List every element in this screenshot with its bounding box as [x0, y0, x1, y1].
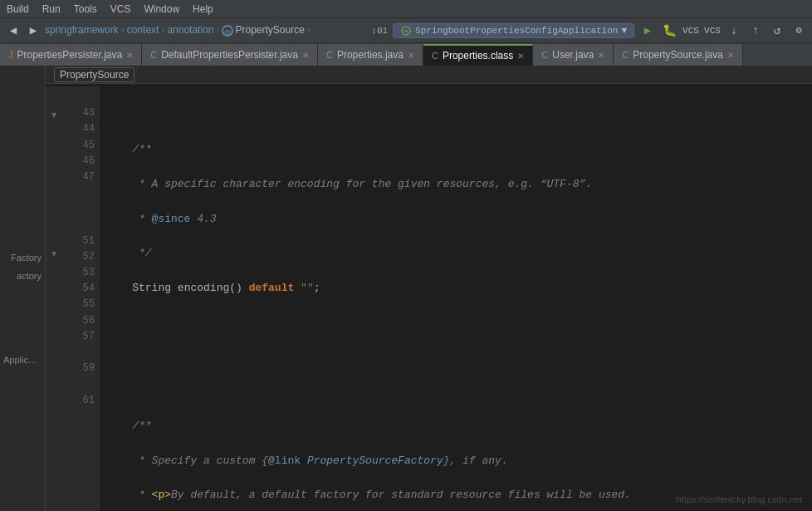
- tab-label: PropertiesPersister.java: [17, 49, 123, 61]
- menu-help[interactable]: Help: [193, 3, 213, 15]
- tab-properties-class[interactable]: C Properties.class ✕: [423, 44, 533, 66]
- gutter: ▼ ▼: [46, 86, 62, 511]
- at-icon: @: [222, 25, 233, 37]
- close-icon[interactable]: ✕: [517, 52, 524, 61]
- watermark: https://smilenicky.blog.csdn.net: [677, 494, 802, 504]
- code-line: String encoding() default "";: [106, 280, 736, 297]
- code-editor[interactable]: PropertySource ▼ ▼: [46, 66, 812, 511]
- applicatio-label: Applicatio: [0, 351, 45, 370]
- close-icon[interactable]: ✕: [302, 51, 309, 60]
- code-line: [106, 314, 736, 332]
- actory-label: actory: [0, 268, 45, 286]
- close-icon[interactable]: ✕: [408, 51, 414, 60]
- tab-label: Properties.class: [443, 50, 513, 61]
- menu-tools[interactable]: Tools: [74, 3, 97, 15]
- menu-bar: Build Run Tools VCS Window Help: [0, 0, 812, 18]
- left-sidebar: Factory actory Applicatio: [0, 66, 46, 511]
- settings-btn[interactable]: ⚙: [790, 22, 807, 39]
- debug-button[interactable]: 🐛: [661, 22, 677, 39]
- breadcrumb-framework[interactable]: springframework: [45, 24, 119, 36]
- tabs-bar: J PropertiesPersister.java ✕ C DefaultPr…: [0, 43, 812, 66]
- undo-btn[interactable]: ↺: [769, 22, 785, 39]
- vcs-btn1[interactable]: VCS: [682, 22, 699, 39]
- close-icon[interactable]: ✕: [126, 51, 133, 60]
- code-text[interactable]: /** * A specific character encoding for …: [100, 86, 743, 511]
- spring-icon: [400, 25, 412, 37]
- class-icon: C: [541, 50, 548, 60]
- tab-label: DefaultPropertiesPersister.java: [161, 49, 298, 61]
- code-line: * A specific character encoding for the …: [106, 176, 736, 194]
- java-icon: J: [8, 50, 13, 60]
- forward-button[interactable]: ▶: [25, 22, 42, 39]
- code-with-lines: ▼ ▼: [46, 86, 743, 511]
- tab-propertysource-java[interactable]: C PropertySource.java ✕: [614, 44, 743, 66]
- tab-label: Properties.java: [337, 49, 404, 61]
- menu-build[interactable]: Build: [7, 3, 29, 15]
- menu-vcs[interactable]: VCS: [110, 3, 131, 15]
- breadcrumb-propertysource: @PropertySource: [222, 24, 304, 37]
- menu-run[interactable]: Run: [42, 3, 61, 15]
- close-icon[interactable]: ✕: [598, 51, 604, 60]
- tab-label: User.java: [552, 49, 594, 61]
- tab-properties-java[interactable]: C Properties.java ✕: [318, 44, 423, 66]
- close-icon[interactable]: ✕: [727, 51, 734, 60]
- vcs-btn2[interactable]: VCS: [704, 22, 721, 39]
- menu-window[interactable]: Window: [144, 3, 179, 15]
- toolbar: ◀ ▶ springframework › context › annotati…: [0, 18, 812, 43]
- code-breadcrumb: PropertySource: [46, 66, 812, 84]
- arrow-down-btn[interactable]: ↓: [726, 22, 742, 39]
- nav-arrows: ↕01: [371, 26, 388, 36]
- back-button[interactable]: ◀: [5, 22, 22, 39]
- class-icon: C: [622, 50, 629, 60]
- fold-icon: ▼: [51, 111, 57, 120]
- breadcrumb-context[interactable]: context: [127, 24, 159, 36]
- factory-label: Factory: [0, 249, 45, 268]
- tab-default-properties-persister[interactable]: C DefaultPropertiesPersister.java ✕: [142, 44, 318, 66]
- code-line: */: [106, 245, 736, 263]
- svg-text:@: @: [224, 27, 231, 35]
- code-line: * Specify a custom {@link PropertySource…: [106, 453, 736, 470]
- breadcrumb-annotation[interactable]: annotation: [167, 24, 213, 36]
- code-line: /**: [106, 418, 736, 435]
- code-line: [106, 107, 736, 125]
- code-line: * @since 4.3: [106, 211, 736, 228]
- arrow-up-btn[interactable]: ↑: [747, 22, 764, 39]
- class-icon: C: [150, 50, 157, 60]
- line-numbers: 43 44 45 46 47 51 52 53 54 55 56 57 59 6…: [62, 86, 100, 511]
- breadcrumb: springframework › context › annotation ›…: [45, 24, 368, 37]
- code-line: /**: [106, 141, 736, 159]
- tab-user-java[interactable]: C User.java ✕: [533, 44, 614, 66]
- class-icon: C: [432, 51, 438, 61]
- run-config-selector[interactable]: SpringbootPropertiesConfigApplication ▼: [393, 23, 634, 38]
- code-line: [106, 349, 736, 366]
- code-line: * <p>By default, a default factory for s…: [106, 487, 736, 504]
- code-line: [106, 384, 736, 401]
- tab-label: PropertySource.java: [633, 49, 723, 61]
- fold-icon: ▼: [51, 249, 57, 259]
- dropdown-arrow: ▼: [621, 26, 627, 36]
- main-layout: Factory actory Applicatio PropertySource…: [0, 66, 812, 511]
- class-icon: C: [326, 50, 333, 60]
- run-config-label: SpringbootPropertiesConfigApplication: [415, 26, 618, 36]
- code-header-label: PropertySource: [54, 67, 135, 82]
- tab-properties-persister[interactable]: J PropertiesPersister.java ✕: [0, 44, 142, 66]
- toolbar-right: ↕01 SpringbootPropertiesConfigApplicatio…: [371, 22, 807, 39]
- run-button[interactable]: ▶: [639, 22, 656, 39]
